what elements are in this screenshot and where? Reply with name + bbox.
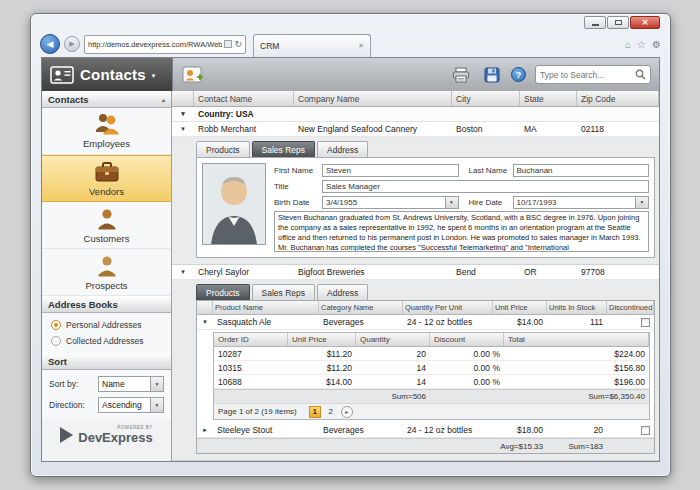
title-label: Title <box>274 182 318 191</box>
contacts-grid: Contact Name Company Name City State Zip… <box>172 91 659 461</box>
tab-products[interactable]: Products <box>196 284 250 300</box>
sidebar-item-prospects[interactable]: Prospects <box>42 249 171 296</box>
notes-textarea[interactable]: Steven Buchanan graduated from St. Andre… <box>274 211 649 252</box>
column-header-quantity-per-unit[interactable]: Quantity Per Unit <box>403 301 493 314</box>
gear-icon[interactable]: ⚙ <box>652 39 661 50</box>
help-button[interactable]: ? <box>511 67 526 82</box>
dropdown-arrow-icon[interactable]: ▾ <box>150 398 163 412</box>
direction-select[interactable]: Ascending ▾ <box>98 397 164 413</box>
devexpress-logo-mark <box>60 427 73 443</box>
back-button[interactable]: ◀ <box>40 34 60 54</box>
compatibility-view-icon[interactable] <box>224 40 232 48</box>
collapse-icon[interactable]: ▴ <box>162 96 165 103</box>
close-button[interactable]: ✕ <box>630 16 660 29</box>
birth-date-field[interactable]: 3/4/1955 ▾ <box>322 196 459 209</box>
cell-unit-price: $14.00 <box>288 375 356 388</box>
column-header-total[interactable]: Total <box>504 333 649 346</box>
first-name-field[interactable]: Steven <box>322 164 459 177</box>
column-header-discontinued[interactable]: Discontinued <box>607 301 654 314</box>
radio-icon[interactable] <box>51 336 61 346</box>
column-header-category-name[interactable]: Category Name <box>319 301 403 314</box>
discontinued-checkbox[interactable] <box>641 426 650 435</box>
group-row-country-usa[interactable]: ▾ Country: USA <box>172 107 659 122</box>
search-icon[interactable] <box>635 69 646 80</box>
hire-date-field[interactable]: 10/17/1993 ▾ <box>513 196 650 209</box>
sidebar-item-vendors[interactable]: Vendors <box>42 155 171 202</box>
column-header-discount[interactable]: Discount <box>430 333 504 346</box>
sort-by-label: Sort by: <box>49 379 78 389</box>
radio-collected-addresses[interactable]: Collected Addresses <box>51 336 162 346</box>
column-header-order-id[interactable]: Order ID <box>214 333 288 346</box>
browser-tab[interactable]: CRM ✕ <box>253 34 371 57</box>
table-row-sasquatch-ale[interactable]: ▾ Sasquatch Ale Beverages 24 - 12 oz bot… <box>197 315 654 330</box>
last-name-field[interactable]: Buchanan <box>513 164 650 177</box>
customers-icon <box>95 207 119 230</box>
column-header-units-in-stock[interactable]: Units In Stock <box>547 301 607 314</box>
new-contact-button[interactable] <box>181 63 205 87</box>
group-expand-icon[interactable]: ▾ <box>181 110 185 118</box>
sidebar-item-customers[interactable]: Customers <box>42 202 171 249</box>
cell-discount: 0.00 % <box>430 375 504 388</box>
discontinued-checkbox[interactable] <box>641 318 650 327</box>
column-header-company-name[interactable]: Company Name <box>294 91 452 106</box>
orders-grid: Order ID Unit Price Quantity Discount To… <box>213 332 650 420</box>
units-in-stock-sum: Sum=183 <box>547 439 607 453</box>
sort-by-select[interactable]: Name ▾ <box>98 376 164 392</box>
address-input[interactable] <box>88 40 222 49</box>
column-header-city[interactable]: City <box>452 91 520 106</box>
cell-discount: 0.00 % <box>430 347 504 360</box>
column-header-state[interactable]: State <box>520 91 577 106</box>
column-header-unit-price[interactable]: Unit Price <box>288 333 356 346</box>
column-header-contact-name[interactable]: Contact Name <box>194 91 294 106</box>
radio-icon[interactable] <box>51 320 61 330</box>
sales-rep-form: First Name Steven Last Name Buchanan Tit… <box>196 157 655 258</box>
address-books-panel-header[interactable]: Address Books <box>42 296 171 313</box>
minimize-button[interactable] <box>584 16 606 29</box>
page-button-1[interactable]: 1 <box>309 406 321 418</box>
sidebar-item-employees[interactable]: Employees <box>42 108 171 155</box>
refresh-icon[interactable]: ↻ <box>234 39 242 49</box>
table-row-cheryl-saylor[interactable]: ▾ Cheryl Saylor Bigfoot Breweries Bend O… <box>172 265 659 280</box>
print-button[interactable] <box>449 63 473 87</box>
tab-close-icon[interactable]: ✕ <box>358 42 364 50</box>
close-icon: ✕ <box>642 18 649 27</box>
date-dropdown-icon[interactable]: ▾ <box>445 197 458 208</box>
sort-panel-header[interactable]: Sort <box>42 353 171 370</box>
next-page-button[interactable]: ▸ <box>341 406 353 418</box>
radio-personal-addresses[interactable]: Personal Addresses <box>51 320 162 330</box>
column-header-zip-code[interactable]: Zip Code <box>577 91 659 106</box>
row-expand-icon[interactable]: ▾ <box>181 125 185 133</box>
title-field[interactable]: Sales Manager <box>322 180 649 193</box>
maximize-button[interactable] <box>607 16 629 29</box>
row-expand-icon[interactable]: ▾ <box>181 268 185 276</box>
forward-button[interactable]: ▶ <box>64 36 80 52</box>
search-input[interactable] <box>540 70 632 80</box>
table-row-steeleye-stout[interactable]: ▸ Steeleye Stout Beverages 24 - 12 oz bo… <box>197 423 654 438</box>
date-dropdown-icon[interactable]: ▾ <box>635 197 648 208</box>
birth-date-label: Birth Date <box>274 198 318 207</box>
tab-products[interactable]: Products <box>196 141 250 157</box>
tab-sales-reps[interactable]: Sales Reps <box>252 284 315 300</box>
window-controls: ✕ <box>584 16 660 29</box>
column-header-unit-price[interactable]: Unit Price <box>493 301 547 314</box>
table-row-robb-merchant[interactable]: ▾ Robb Merchant New England Seafood Cann… <box>172 122 659 137</box>
contacts-menu[interactable]: Contacts ▾ <box>42 58 172 91</box>
unit-price-avg: Avg=$15.33 <box>493 439 547 453</box>
tab-address[interactable]: Address <box>317 141 368 157</box>
page-button-2[interactable]: 2 <box>325 406 337 418</box>
dropdown-arrow-icon[interactable]: ▾ <box>150 377 163 391</box>
table-row-order[interactable]: 10688 $14.00 14 0.00 % $196.00 <box>214 375 649 389</box>
column-header-product-name[interactable]: Product Name <box>213 301 319 314</box>
crm-app: Contacts ▾ <box>41 57 660 462</box>
contacts-panel-header[interactable]: Contacts ▴ <box>42 91 171 108</box>
tab-sales-reps[interactable]: Sales Reps <box>252 141 315 157</box>
table-row-order[interactable]: 10315 $11.20 14 0.00 % $156.80 <box>214 361 649 375</box>
row-expand-icon[interactable]: ▸ <box>203 426 207 434</box>
save-button[interactable] <box>480 63 504 87</box>
tab-address[interactable]: Address <box>317 284 368 300</box>
star-icon[interactable]: ☆ <box>637 39 646 50</box>
table-row-order[interactable]: 10287 $11.20 20 0.00 % $224.00 <box>214 347 649 361</box>
column-header-quantity[interactable]: Quantity <box>356 333 430 346</box>
row-expand-icon[interactable]: ▾ <box>203 318 207 326</box>
home-icon[interactable]: ⌂ <box>625 39 631 50</box>
